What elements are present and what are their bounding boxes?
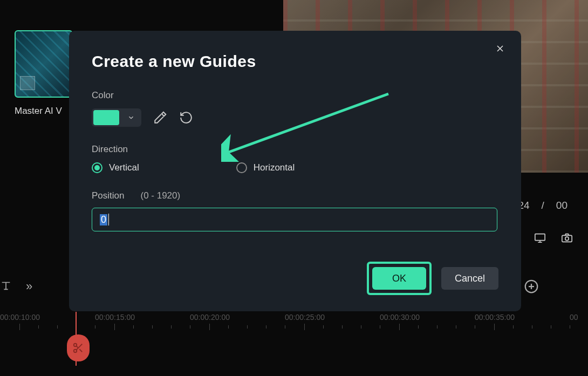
color-picker[interactable] xyxy=(92,108,141,127)
radio-horizontal[interactable]: Horizontal xyxy=(236,162,295,173)
color-label: Color xyxy=(92,90,498,101)
text-tool-icon[interactable] xyxy=(0,279,12,293)
ok-button[interactable]: OK xyxy=(372,267,426,290)
dialog-title: Create a new Guides xyxy=(92,52,498,71)
close-button[interactable] xyxy=(492,40,508,57)
monitor-icon[interactable] xyxy=(534,232,546,246)
tick-label: 00:00:25:00 xyxy=(285,313,325,322)
direction-label: Direction xyxy=(92,144,498,155)
chevron-down-icon[interactable] xyxy=(121,108,141,127)
expand-icon[interactable]: » xyxy=(26,279,32,293)
vertical-label: Vertical xyxy=(109,162,139,173)
timeline[interactable]: 00:00:10:00 00:00:15:00 00:00:20:00 00:0… xyxy=(0,312,588,366)
tick-label: 00:00:10:00 xyxy=(0,313,40,322)
svg-point-2 xyxy=(565,237,569,240)
svg-rect-0 xyxy=(535,234,545,241)
tick-label: 00:00:30:00 xyxy=(380,313,420,322)
radio-icon xyxy=(92,162,102,173)
horizontal-label: Horizontal xyxy=(254,162,295,173)
tick-label: 00:00:35:00 xyxy=(475,313,515,322)
position-range: (0 - 1920) xyxy=(140,190,180,201)
camera-icon[interactable] xyxy=(561,232,573,246)
position-input[interactable]: 0 xyxy=(92,208,497,231)
timeline-left-tools: » xyxy=(0,279,32,293)
create-guides-dialog: Create a new Guides Color Direction Vert… xyxy=(69,31,521,311)
cancel-button[interactable]: Cancel xyxy=(441,267,498,290)
time-separator: / xyxy=(542,200,544,211)
svg-point-5 xyxy=(74,350,77,353)
timeline-ruler[interactable]: 00:00:10:00 00:00:15:00 00:00:20:00 00:0… xyxy=(0,312,588,339)
reset-icon[interactable] xyxy=(179,111,193,125)
svg-rect-1 xyxy=(562,235,572,242)
duration: 00 xyxy=(556,200,568,211)
film-icon xyxy=(20,76,35,90)
split-button[interactable] xyxy=(67,334,90,361)
tick-label: 00:00:15:00 xyxy=(95,313,135,322)
preview-tools xyxy=(534,232,573,246)
eyedropper-icon[interactable] xyxy=(153,111,167,125)
add-track-button[interactable] xyxy=(523,278,539,295)
tick-label: 00:00:20:00 xyxy=(190,313,230,322)
ok-highlight: OK xyxy=(367,262,432,295)
media-thumbnail[interactable] xyxy=(15,30,73,98)
color-swatch xyxy=(93,110,119,125)
thumbnail-label: Master AI V xyxy=(15,106,62,117)
radio-vertical[interactable]: Vertical xyxy=(92,162,139,173)
text-cursor xyxy=(108,214,109,225)
position-label: Position xyxy=(92,190,124,201)
position-value: 0 xyxy=(100,214,107,225)
tick-label: 00 xyxy=(570,313,578,322)
radio-icon xyxy=(236,162,247,173)
svg-point-4 xyxy=(74,344,77,347)
